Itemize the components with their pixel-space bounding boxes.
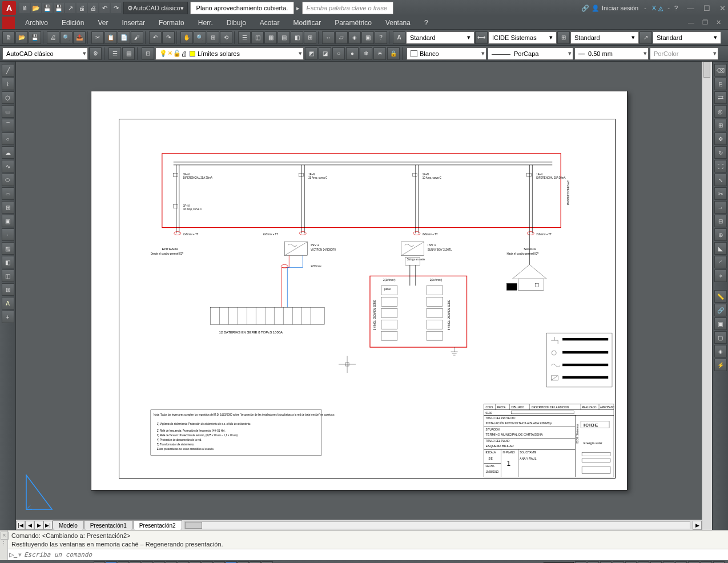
saveas-icon[interactable]: 💾 [54,3,64,13]
cut-icon[interactable]: ✂ [91,31,104,44]
signin-icon[interactable]: 👤 [592,5,600,12]
new-icon[interactable]: 🗎 [19,3,30,13]
sheet-icon[interactable]: ▤ [277,31,290,44]
xchange-x-icon[interactable]: X [652,5,656,11]
dcenter-icon[interactable]: ◫ [251,31,264,44]
group-icon[interactable]: ▣ [714,317,727,330]
help2-icon[interactable]: ? [375,31,387,44]
block-icon[interactable]: ▣ [361,31,374,44]
doc-restore-icon[interactable]: ❐ [702,19,708,26]
search-input[interactable]: Escriba palabra clave o frase [302,2,393,14]
save-icon[interactable]: 💾 [42,3,53,13]
circle-icon[interactable]: ○ [2,132,14,145]
qnew-icon[interactable]: 🗎 [2,31,15,44]
doc-minimize-icon[interactable]: — [688,19,694,26]
tab-modelo[interactable]: Modelo [53,520,84,530]
title-overflow-icon[interactable]: ▸ [296,5,300,12]
ssm-icon[interactable]: ◈ [348,31,361,44]
workspace-dropdown[interactable]: ⚙ AutoCAD clásico ▾ [123,2,188,14]
tab-first-icon[interactable]: |◀ [16,521,25,530]
scale-icon[interactable]: ⛶ [714,160,727,172]
menu-archivo[interactable]: Archivo [18,16,55,30]
open-icon[interactable]: 📂 [31,3,41,13]
menu-herr[interactable]: Herr. [191,16,220,30]
save2-icon[interactable]: 💾 [29,31,41,44]
redo2-icon[interactable]: ↷ [162,31,175,44]
extend-icon[interactable]: → [714,201,727,214]
menu-edicion[interactable]: Edición [55,16,91,30]
print2-icon[interactable]: 🖨 [47,31,59,44]
signin-label[interactable]: Iniciar sesión [602,5,638,11]
arc-icon[interactable]: ⌒ [2,119,14,131]
linetype-combo[interactable]: ———PorCapa▾ [488,47,573,60]
help-icon[interactable]: ? [674,5,678,11]
array-icon[interactable]: ⊞ [714,119,727,131]
rect-icon[interactable]: ▭ [2,105,14,118]
text-style-combo[interactable]: Standard▾ [406,31,474,44]
cmd-close-icon[interactable]: × [1,532,9,540]
erase-icon[interactable]: ⌫ [714,64,727,77]
dim-style-combo[interactable]: ICIDE Sistemas▾ [488,31,557,44]
explode-icon[interactable]: ✧ [714,270,727,282]
ellipse-icon[interactable]: ⬭ [2,174,14,186]
laythw-icon[interactable]: ☀ [373,47,386,60]
copy2-icon[interactable]: ⎘ [714,78,727,90]
hatch-icon[interactable]: ▨ [2,242,14,255]
menu-modificar[interactable]: Modificar [287,16,328,30]
layer-tools-icon[interactable]: ⊡ [142,47,154,60]
qselect-icon[interactable]: ⚡ [714,359,727,371]
plot-preview-icon[interactable]: 🖨 [88,3,98,13]
layiso-icon[interactable]: ◩ [305,47,317,60]
menu-acotar[interactable]: Acotar [253,16,287,30]
table-icon[interactable]: ⊞ [557,31,570,44]
table-style-combo[interactable]: Standard▾ [570,31,639,44]
maximize-icon[interactable]: ☐ [703,4,710,13]
layer-combo[interactable]: 💡☀🔓🖨 Límites solares▾ [155,47,304,60]
layer-props-icon[interactable]: ☰ [108,47,121,60]
dim-icon[interactable]: ⟷ [475,31,488,44]
open2-icon[interactable]: 📂 [15,31,28,44]
paper-space[interactable]: PROTECCIONES AC [16,62,702,520]
tab-presentacion2[interactable]: Presentación2 [133,520,182,530]
polygon-icon[interactable]: ⬡ [2,91,14,104]
horizontal-scrollbar[interactable] [184,521,690,529]
pan-icon[interactable]: ✋ [180,31,193,44]
menu-ventana[interactable]: Ventana [379,16,417,30]
ml-style-combo[interactable]: Standard▾ [653,31,721,44]
zoomprev-icon[interactable]: ⟲ [220,31,232,44]
workspace-combo[interactable]: AutoCAD clásico▾ [2,47,88,60]
tab-next-icon[interactable]: ▶ [34,521,43,530]
color-combo[interactable]: Blanco▾ [407,47,486,60]
copy-icon[interactable]: 📋 [104,31,117,44]
exchange-icon[interactable]: 🔗 [581,5,589,12]
menu-parametrico[interactable]: Paramétrico [328,16,379,30]
app-menu-icon[interactable] [2,17,15,29]
menu-ver[interactable]: Ver [91,16,115,30]
layoff-icon[interactable]: ○ [332,47,345,60]
layfrz-icon[interactable]: ❄ [360,47,372,60]
zoom-icon[interactable]: 🔍 [194,31,206,44]
area-icon[interactable]: ▱ [335,31,348,44]
close-icon[interactable]: ✕ [719,4,726,13]
app-logo[interactable]: A [2,1,16,15]
tab-prev-icon[interactable]: ◀ [25,521,34,530]
measure-icon[interactable]: 📏 [714,290,727,303]
region-icon[interactable]: ◫ [2,270,14,282]
mirror-icon[interactable]: ⮂ [714,91,727,104]
spline-icon[interactable]: ∿ [2,160,14,172]
lineweight-combo[interactable]: —0.50 mm▾ [574,47,649,60]
text-icon[interactable]: A [393,31,405,44]
menu-insertar[interactable]: Insertar [115,16,152,30]
ungroup-icon[interactable]: ▢ [714,331,727,344]
undo-icon[interactable]: ↶ [99,3,110,13]
zoomwin-icon[interactable]: ⊞ [207,31,219,44]
tab-last-icon[interactable]: ▶| [43,521,53,530]
preview-icon[interactable]: 🔍 [60,31,73,44]
plotstyle-combo[interactable]: PorColor▾ [650,47,718,60]
tab-presentacion1[interactable]: Presentación1 [84,520,133,530]
export-icon[interactable]: ↗ [65,3,75,13]
pline-icon[interactable]: ⌇ [2,78,14,90]
mtext-icon[interactable]: A [2,297,14,309]
markup-icon[interactable]: ◧ [291,31,303,44]
menu-help[interactable]: ? [417,16,435,30]
